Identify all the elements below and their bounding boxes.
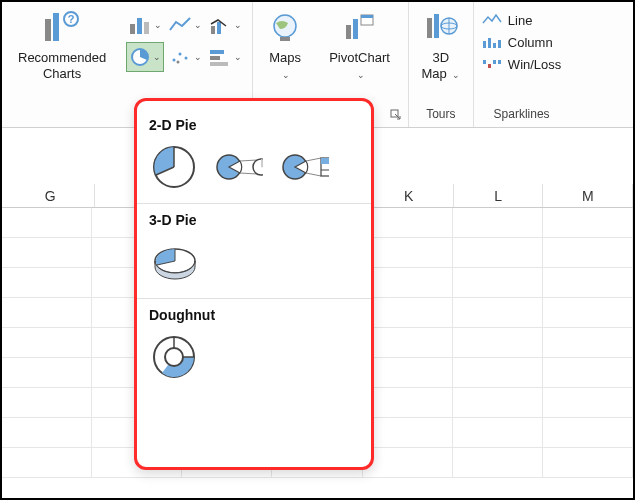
svg-rect-19 (280, 37, 290, 41)
pivotchart-button[interactable]: PivotChart⌄ (325, 6, 394, 85)
sparklines-group-label: Sparklines (494, 107, 550, 125)
svg-rect-4 (130, 24, 135, 34)
svg-rect-37 (498, 60, 501, 64)
svg-rect-45 (321, 158, 329, 164)
doughnut-heading: Doughnut (149, 307, 363, 323)
svg-text:?: ? (68, 13, 75, 25)
doughnut-option[interactable] (149, 333, 197, 381)
3d-map-label: 3D Map (421, 50, 449, 81)
globe-icon (265, 8, 305, 48)
pivotchart-icon (340, 8, 380, 48)
sparkline-line-icon (482, 12, 502, 28)
svg-rect-8 (217, 22, 221, 34)
recommended-charts-label: Recommended Charts (18, 50, 106, 83)
pie-chart-button[interactable]: ⌄ (126, 42, 164, 72)
pie-of-pie-option[interactable] (215, 143, 263, 191)
svg-point-11 (179, 53, 182, 56)
sparkline-winloss-icon (482, 56, 502, 72)
sparkline-winloss-button[interactable]: Win/Loss (482, 56, 561, 72)
3d-pie-option[interactable] (149, 238, 197, 286)
svg-rect-7 (211, 26, 215, 34)
chevron-down-icon: ⌄ (282, 70, 290, 80)
bar-of-pie-option[interactable] (281, 143, 329, 191)
sparkline-line-label: Line (508, 13, 533, 28)
maps-label: Maps (269, 50, 301, 65)
col-header[interactable]: L (454, 184, 544, 207)
svg-rect-20 (346, 25, 351, 39)
2d-pie-heading: 2-D Pie (149, 117, 363, 133)
col-header[interactable]: M (543, 184, 633, 207)
line-chart-button[interactable]: ⌄ (166, 10, 204, 40)
svg-point-12 (185, 57, 188, 60)
pivotchart-label: PivotChart (329, 50, 390, 65)
svg-rect-0 (45, 19, 51, 41)
svg-rect-1 (53, 13, 59, 41)
col-header[interactable]: K (364, 184, 454, 207)
svg-rect-34 (483, 60, 486, 64)
svg-rect-5 (137, 18, 142, 34)
chart-type-grid: ⌄ ⌄ ⌄ ⌄ ⌄ ⌄ (126, 6, 244, 72)
svg-rect-23 (361, 15, 373, 18)
3d-map-button[interactable]: 3D Map ⌄ (417, 6, 465, 85)
column-chart-button[interactable]: ⌄ (126, 10, 164, 40)
pivotchart-dialog-launcher-icon[interactable] (390, 109, 404, 123)
recommended-charts-button[interactable]: ? Recommended Charts (14, 6, 110, 85)
sparkline-column-label: Column (508, 35, 553, 50)
svg-rect-25 (427, 18, 432, 38)
sparkline-winloss-label: Win/Loss (508, 57, 561, 72)
svg-rect-35 (488, 64, 491, 68)
recommended-charts-icon: ? (42, 8, 82, 48)
svg-rect-33 (498, 40, 501, 48)
chevron-down-icon: ⌄ (357, 70, 365, 80)
combo-chart-button[interactable]: ⌄ (206, 10, 244, 40)
sparkline-column-button[interactable]: Column (482, 34, 561, 50)
col-header[interactable]: G (6, 184, 96, 207)
svg-rect-36 (493, 60, 496, 64)
svg-rect-6 (144, 22, 149, 34)
svg-rect-30 (483, 41, 486, 48)
svg-rect-32 (493, 43, 496, 48)
svg-rect-15 (210, 56, 220, 60)
tours-group: 3D Map ⌄ Tours (409, 2, 474, 127)
recommended-charts-group: ? Recommended Charts (2, 2, 118, 127)
sparkline-column-icon (482, 34, 502, 50)
svg-point-13 (177, 61, 180, 64)
svg-rect-26 (434, 14, 439, 38)
svg-rect-14 (210, 50, 224, 54)
maps-button[interactable]: Maps⌄ (261, 6, 309, 85)
3d-map-icon (421, 8, 461, 48)
bar-chart-button[interactable]: ⌄ (206, 42, 244, 72)
svg-rect-31 (488, 38, 491, 48)
svg-rect-21 (353, 19, 358, 39)
pie-chart-dropdown: 2-D Pie 3-D Pie (134, 98, 374, 470)
sparklines-group: Line Column Win/Loss Sparklines (474, 2, 569, 127)
2d-pie-option[interactable] (149, 143, 197, 191)
svg-rect-16 (210, 62, 228, 66)
sparkline-line-button[interactable]: Line (482, 12, 561, 28)
svg-point-51 (165, 348, 183, 366)
chevron-down-icon: ⌄ (452, 70, 460, 80)
tours-group-label: Tours (426, 107, 455, 125)
svg-point-10 (173, 59, 176, 62)
3d-pie-heading: 3-D Pie (149, 212, 363, 228)
scatter-chart-button[interactable]: ⌄ (166, 42, 204, 72)
